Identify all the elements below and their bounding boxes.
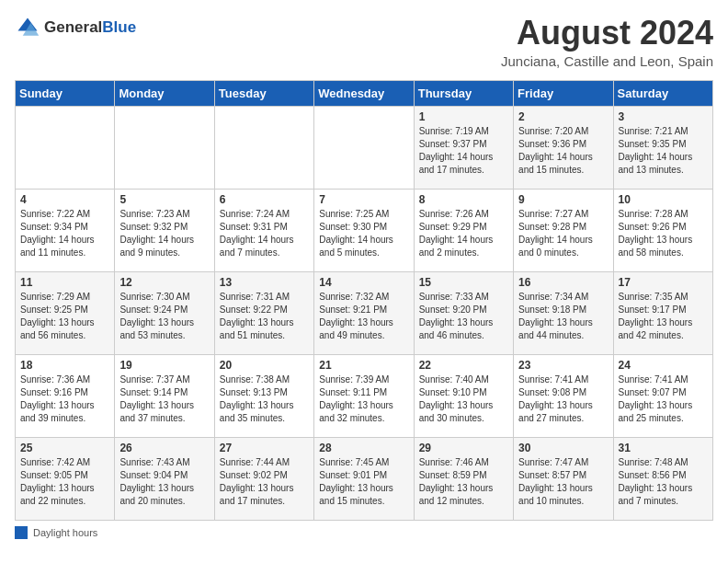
day-info: Sunrise: 7:21 AM Sunset: 9:35 PM Dayligh… [619,125,708,177]
day-cell: 4Sunrise: 7:22 AM Sunset: 9:34 PM Daylig… [16,189,115,271]
day-number: 13 [220,276,309,289]
day-cell [115,106,214,189]
day-info: Sunrise: 7:41 AM Sunset: 9:07 PM Dayligh… [619,373,708,425]
day-cell: 27Sunrise: 7:44 AM Sunset: 9:02 PM Dayli… [214,437,313,520]
day-info: Sunrise: 7:48 AM Sunset: 8:56 PM Dayligh… [619,456,708,508]
day-cell: 25Sunrise: 7:42 AM Sunset: 9:05 PM Dayli… [16,437,115,520]
page-header: GeneralBlue August 2024 Junciana, Castil… [15,15,713,69]
day-number: 10 [619,193,708,206]
day-number: 6 [220,193,309,206]
day-number: 26 [119,442,209,454]
day-info: Sunrise: 7:22 AM Sunset: 9:34 PM Dayligh… [20,208,109,259]
header-cell-saturday: Saturday [613,80,712,106]
day-cell: 11Sunrise: 7:29 AM Sunset: 9:25 PM Dayli… [16,271,115,354]
day-cell: 10Sunrise: 7:28 AM Sunset: 9:26 PM Dayli… [613,189,712,271]
day-cell: 30Sunrise: 7:47 AM Sunset: 8:57 PM Dayli… [514,437,613,520]
day-number: 7 [319,193,408,206]
day-cell: 7Sunrise: 7:25 AM Sunset: 9:30 PM Daylig… [314,189,414,271]
day-cell: 9Sunrise: 7:27 AM Sunset: 9:28 PM Daylig… [514,189,613,271]
header-cell-wednesday: Wednesday [314,80,414,106]
day-info: Sunrise: 7:36 AM Sunset: 9:16 PM Dayligh… [20,373,109,425]
day-number: 23 [518,359,608,372]
day-number: 18 [20,359,109,372]
day-number: 17 [619,276,708,289]
day-info: Sunrise: 7:41 AM Sunset: 9:08 PM Dayligh… [518,373,608,425]
day-cell: 16Sunrise: 7:34 AM Sunset: 9:18 PM Dayli… [514,271,613,354]
day-number: 9 [518,193,608,206]
day-number: 31 [619,442,708,454]
footer-box-icon [15,526,28,539]
day-cell: 24Sunrise: 7:41 AM Sunset: 9:07 PM Dayli… [613,354,712,437]
day-number: 14 [319,276,408,289]
header-cell-tuesday: Tuesday [214,80,313,106]
day-info: Sunrise: 7:45 AM Sunset: 9:01 PM Dayligh… [319,456,408,508]
day-cell: 2Sunrise: 7:20 AM Sunset: 9:36 PM Daylig… [514,106,613,189]
calendar-title: August 2024 [501,15,713,52]
day-info: Sunrise: 7:43 AM Sunset: 9:04 PM Dayligh… [119,456,209,508]
day-number: 5 [119,193,209,206]
day-info: Sunrise: 7:25 AM Sunset: 9:30 PM Dayligh… [319,208,408,259]
day-cell: 17Sunrise: 7:35 AM Sunset: 9:17 PM Dayli… [613,271,712,354]
day-number: 11 [20,276,109,289]
day-cell: 6Sunrise: 7:24 AM Sunset: 9:31 PM Daylig… [214,189,313,271]
footer-note: Daylight hours [15,526,713,539]
day-info: Sunrise: 7:46 AM Sunset: 8:59 PM Dayligh… [419,456,508,508]
week-row-1: 1Sunrise: 7:19 AM Sunset: 9:37 PM Daylig… [16,106,713,189]
day-number: 8 [419,193,508,206]
header-cell-friday: Friday [514,80,613,106]
day-info: Sunrise: 7:32 AM Sunset: 9:21 PM Dayligh… [319,291,408,342]
day-number: 3 [619,110,708,123]
day-number: 21 [319,359,408,372]
day-info: Sunrise: 7:31 AM Sunset: 9:22 PM Dayligh… [220,291,309,342]
day-cell: 19Sunrise: 7:37 AM Sunset: 9:14 PM Dayli… [115,354,214,437]
logo-icon [15,15,40,40]
day-cell: 31Sunrise: 7:48 AM Sunset: 8:56 PM Dayli… [613,437,712,520]
day-cell: 18Sunrise: 7:36 AM Sunset: 9:16 PM Dayli… [16,354,115,437]
day-number: 29 [419,442,508,454]
day-info: Sunrise: 7:37 AM Sunset: 9:14 PM Dayligh… [119,373,209,425]
week-row-2: 4Sunrise: 7:22 AM Sunset: 9:34 PM Daylig… [16,189,713,271]
day-number: 2 [518,110,608,123]
day-info: Sunrise: 7:30 AM Sunset: 9:24 PM Dayligh… [119,291,209,342]
day-info: Sunrise: 7:29 AM Sunset: 9:25 PM Dayligh… [20,291,109,342]
day-cell: 1Sunrise: 7:19 AM Sunset: 9:37 PM Daylig… [414,106,513,189]
day-info: Sunrise: 7:44 AM Sunset: 9:02 PM Dayligh… [220,456,309,508]
day-info: Sunrise: 7:33 AM Sunset: 9:20 PM Dayligh… [419,291,508,342]
header-cell-thursday: Thursday [414,80,513,106]
day-number: 20 [220,359,309,372]
day-info: Sunrise: 7:39 AM Sunset: 9:11 PM Dayligh… [319,373,408,425]
day-info: Sunrise: 7:24 AM Sunset: 9:31 PM Dayligh… [220,208,309,259]
title-area: August 2024 Junciana, Castille and Leon,… [501,15,713,69]
day-info: Sunrise: 7:34 AM Sunset: 9:18 PM Dayligh… [518,291,608,342]
week-row-5: 25Sunrise: 7:42 AM Sunset: 9:05 PM Dayli… [16,437,713,520]
day-cell: 22Sunrise: 7:40 AM Sunset: 9:10 PM Dayli… [414,354,513,437]
day-info: Sunrise: 7:38 AM Sunset: 9:13 PM Dayligh… [220,373,309,425]
logo: GeneralBlue [15,15,136,40]
day-cell: 26Sunrise: 7:43 AM Sunset: 9:04 PM Dayli… [115,437,214,520]
week-row-3: 11Sunrise: 7:29 AM Sunset: 9:25 PM Dayli… [16,271,713,354]
day-number: 4 [20,193,109,206]
day-info: Sunrise: 7:40 AM Sunset: 9:10 PM Dayligh… [419,373,508,425]
day-cell: 28Sunrise: 7:45 AM Sunset: 9:01 PM Dayli… [314,437,414,520]
logo-blue: Blue [102,18,136,36]
day-cell: 8Sunrise: 7:26 AM Sunset: 9:29 PM Daylig… [414,189,513,271]
day-info: Sunrise: 7:28 AM Sunset: 9:26 PM Dayligh… [619,208,708,259]
day-number: 28 [319,442,408,454]
day-info: Sunrise: 7:27 AM Sunset: 9:28 PM Dayligh… [518,208,608,259]
day-cell: 13Sunrise: 7:31 AM Sunset: 9:22 PM Dayli… [214,271,313,354]
day-number: 30 [518,442,608,454]
day-number: 19 [119,359,209,372]
week-row-4: 18Sunrise: 7:36 AM Sunset: 9:16 PM Dayli… [16,354,713,437]
day-cell [314,106,414,189]
day-cell [16,106,115,189]
day-number: 12 [119,276,209,289]
day-cell: 3Sunrise: 7:21 AM Sunset: 9:35 PM Daylig… [613,106,712,189]
day-cell: 29Sunrise: 7:46 AM Sunset: 8:59 PM Dayli… [414,437,513,520]
day-cell: 20Sunrise: 7:38 AM Sunset: 9:13 PM Dayli… [214,354,313,437]
header-row: SundayMondayTuesdayWednesdayThursdayFrid… [16,80,713,106]
header-cell-sunday: Sunday [16,80,115,106]
day-number: 25 [20,442,109,454]
day-info: Sunrise: 7:19 AM Sunset: 9:37 PM Dayligh… [419,125,508,177]
day-info: Sunrise: 7:26 AM Sunset: 9:29 PM Dayligh… [419,208,508,259]
day-info: Sunrise: 7:20 AM Sunset: 9:36 PM Dayligh… [518,125,608,177]
